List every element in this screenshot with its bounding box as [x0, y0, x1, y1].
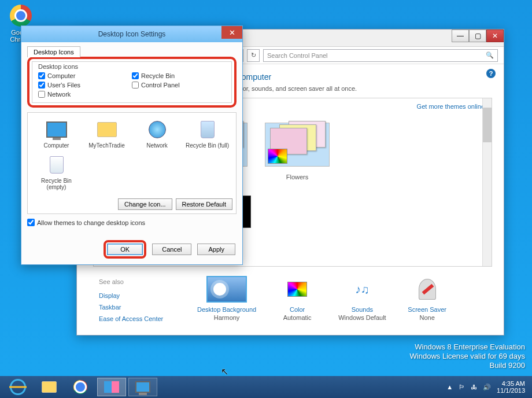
screensaver-tile[interactable]: Screen Saver None	[407, 276, 448, 325]
see-also-panel: See also Display Taskbar Ease of Access …	[99, 276, 186, 325]
taskbar: ▲ 🏳 🖧 🔊 4:35 AM 11/1/2013	[0, 376, 532, 398]
help-button[interactable]: ?	[486, 69, 496, 78]
check-network[interactable]: Network	[38, 91, 132, 98]
taskbar-ie[interactable]	[3, 378, 32, 396]
cancel-button[interactable]: Cancel	[152, 244, 191, 255]
link-display[interactable]: Display	[99, 290, 186, 301]
dialog-title: Desktop Icon Settings	[98, 30, 166, 38]
palette-icon	[287, 282, 307, 297]
preview-recycle-bin-empty[interactable]: Recycle Bin (empty)	[31, 154, 82, 191]
scrollbar-thumb[interactable]	[483, 108, 492, 142]
personalization-icon	[104, 381, 119, 393]
check-control-panel[interactable]: Control Panel	[132, 82, 226, 89]
no-screensaver-icon	[419, 279, 436, 300]
desktop-background-tile[interactable]: Desktop Background Harmony	[197, 276, 256, 325]
recycle-bin-full-icon	[201, 121, 215, 138]
palette-icon	[268, 149, 287, 164]
theme-item-flowers[interactable]: Flowers	[265, 123, 330, 180]
refresh-button[interactable]: ↻	[247, 49, 260, 62]
folder-icon	[97, 122, 117, 137]
search-icon: 🔍	[486, 51, 494, 59]
taskbar-personalization[interactable]	[97, 378, 126, 396]
windows-watermark: Windows 8 Enterprise Evaluation Windows …	[410, 342, 525, 370]
tab-desktop-icons[interactable]: Desktop Icons	[27, 46, 80, 57]
theme-label: Flowers	[286, 174, 309, 180]
see-also-label: See also	[99, 276, 186, 288]
color-tile[interactable]: Color Automatic	[277, 276, 317, 325]
annotation-highlight-ok: OK	[104, 240, 146, 259]
get-more-themes-link[interactable]: Get more themes online	[417, 103, 485, 110]
chrome-icon	[73, 380, 87, 394]
restore-default-button[interactable]: Restore Default	[176, 198, 232, 210]
recycle-bin-empty-icon	[50, 156, 64, 174]
taskbar-desktop-icon-settings[interactable]	[128, 378, 157, 396]
tray-volume-icon[interactable]: 🔊	[483, 384, 491, 391]
preview-network[interactable]: Network	[132, 119, 182, 149]
icon-preview-panel: Computer MyTechTradie Network Recycle Bi…	[27, 112, 237, 214]
ie-icon	[10, 379, 26, 395]
ok-button[interactable]: OK	[107, 244, 143, 255]
dialog-close-button[interactable]: ✕	[221, 26, 242, 39]
tray-network-icon[interactable]: 🖧	[471, 384, 477, 390]
system-tray: ▲ 🏳 🖧 🔊 4:35 AM 11/1/2013	[446, 380, 529, 394]
taskbar-chrome[interactable]	[66, 378, 95, 396]
minimize-button[interactable]: —	[452, 30, 469, 42]
link-taskbar[interactable]: Taskbar	[99, 301, 186, 313]
computer-icon	[46, 121, 67, 138]
link-ease-of-access[interactable]: Ease of Access Center	[99, 313, 186, 325]
annotation-highlight-group: Desktop icons Computer Recycle Bin User'…	[27, 57, 237, 108]
folder-icon	[42, 381, 57, 393]
chrome-icon	[10, 5, 32, 27]
close-button[interactable]: ✕	[486, 30, 504, 42]
tray-action-center-icon[interactable]: 🏳	[459, 384, 465, 390]
change-icon-button[interactable]: Change Icon...	[118, 198, 172, 210]
sounds-tile[interactable]: ♪♫ Sounds Windows Default	[338, 276, 386, 325]
network-icon	[149, 121, 166, 138]
scrollbar[interactable]	[482, 98, 492, 266]
allow-themes-checkbox[interactable]: Allow themes to change desktop icons	[27, 219, 237, 226]
settings-window-icon	[135, 381, 150, 393]
music-note-icon: ♪♫	[351, 281, 373, 298]
tray-flag-icon[interactable]: ▲	[446, 384, 453, 390]
dialog-titlebar[interactable]: Desktop Icon Settings ✕	[21, 26, 242, 42]
check-computer[interactable]: Computer	[38, 72, 132, 79]
check-users-files[interactable]: User's Files	[38, 82, 132, 89]
taskbar-explorer[interactable]	[35, 378, 64, 396]
group-legend: Desktop icons	[38, 63, 226, 70]
check-recycle-bin[interactable]: Recycle Bin	[132, 72, 226, 79]
preview-computer[interactable]: Computer	[31, 119, 82, 149]
preview-mytechtradie[interactable]: MyTechTradie	[82, 119, 132, 149]
apply-button[interactable]: Apply	[197, 244, 235, 255]
preview-recycle-bin-full[interactable]: Recycle Bin (full)	[182, 119, 232, 149]
search-input[interactable]: Search Control Panel🔍	[263, 49, 498, 62]
maximize-button[interactable]: ▢	[469, 30, 486, 42]
desktop-icon-settings-dialog: Desktop Icon Settings ✕ Desktop Icons De…	[21, 25, 243, 265]
tray-clock[interactable]: 4:35 AM 11/1/2013	[497, 380, 529, 394]
